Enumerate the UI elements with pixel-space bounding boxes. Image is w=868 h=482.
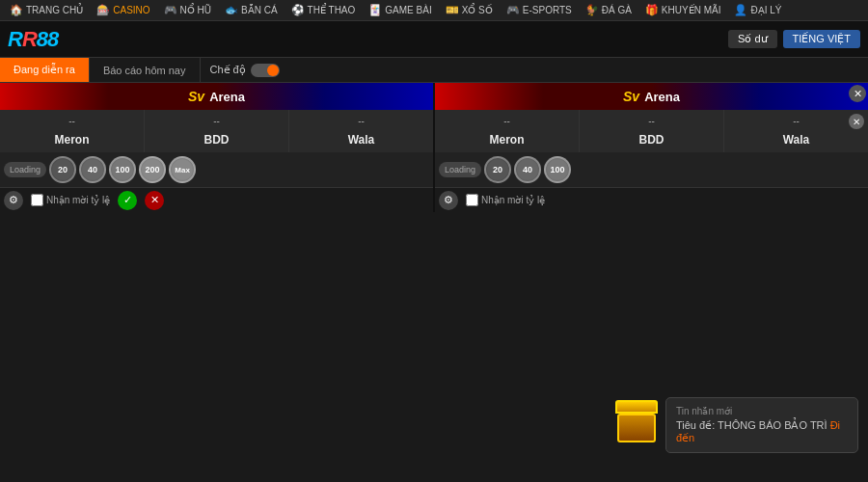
- checkbox-wrap-2: Nhận mời tỷ lệ: [466, 194, 545, 206]
- ratio-checkbox-1[interactable]: [31, 194, 43, 206]
- notification-title: Tin nhắn mới: [676, 406, 848, 416]
- cancel-btn-1[interactable]: ✕: [145, 191, 164, 210]
- chip-40-1[interactable]: 40: [79, 156, 106, 183]
- bet-bdd-2[interactable]: -- BDD: [580, 110, 724, 152]
- notification-popup: Tin nhắn mới Tiêu đề: THÔNG BÁO BẢO TRÌ …: [665, 397, 858, 453]
- bet-wala-2[interactable]: -- Wala ✕: [724, 110, 868, 152]
- nav-da-ga[interactable]: 🐓 ĐÁ GÀ: [580, 2, 637, 18]
- checkbox-wrap-1: Nhận mời tỷ lệ: [31, 194, 110, 206]
- treasure-lid: [615, 400, 658, 414]
- wala-odds-2: --: [793, 116, 800, 129]
- confirm-btn-1[interactable]: ✓: [118, 191, 137, 210]
- esports-icon: 🎮: [506, 4, 520, 16]
- chip-20-2[interactable]: 20: [484, 156, 511, 183]
- lottery-icon: 🎫: [446, 4, 459, 16]
- cockfight-icon: 🐓: [585, 4, 599, 16]
- panel-close-2[interactable]: ✕: [849, 114, 864, 129]
- tab-report[interactable]: Báo cáo hôm nay: [90, 58, 201, 82]
- nav-game-bai[interactable]: 🃏 GAME BÀI: [363, 2, 437, 18]
- balance-button[interactable]: Số dư: [728, 30, 777, 48]
- arena-label-1: Arena: [209, 90, 245, 104]
- bottom-bar-1: ⚙ Nhận mời tỷ lệ ✓ ✕: [0, 187, 433, 212]
- dual-game-panels: 🔊 🖥 ⛶ Sv Arena -- Meron: [0, 83, 868, 212]
- chip-20-1[interactable]: 20: [49, 156, 76, 183]
- chips-row-2: Loading 20 40 100: [435, 152, 868, 187]
- casino-icon: 🎰: [96, 4, 110, 16]
- wala-label-1: Wala: [348, 133, 375, 147]
- bottom-bar-2: ⚙ Nhận mời tỷ lệ: [435, 187, 868, 212]
- bet-panel-1: -- Meron -- BDD -- Wala: [0, 110, 433, 212]
- nav-xo-so[interactable]: 🎫 XỔ SỐ: [440, 2, 499, 18]
- sv-logo-2: Sv: [623, 89, 639, 104]
- wala-odds-1: --: [358, 116, 365, 129]
- ratio-checkbox-2[interactable]: [466, 194, 478, 206]
- meron-odds-2: --: [503, 116, 510, 129]
- slots-icon: 🎮: [164, 4, 177, 16]
- header: RR88 Số dư TIẾNG VIỆT: [0, 21, 868, 58]
- nav-esports[interactable]: 🎮 E-SPORTS: [501, 2, 578, 18]
- bdd-odds-1: --: [213, 116, 220, 129]
- meron-odds-1: --: [68, 116, 75, 129]
- notification-body: Tiêu đề: THÔNG BÁO BẢO TRÌ Đi đến: [676, 419, 848, 444]
- home-icon: 🏠: [10, 4, 23, 16]
- close-button[interactable]: ✕: [849, 85, 866, 102]
- main-content: ✕ 🔊 🖥 ⛶: [0, 83, 868, 482]
- nav-trang-chu[interactable]: 🏠 TRANG CHỦ: [4, 2, 89, 18]
- bdd-odds-2: --: [648, 116, 655, 129]
- wala-label-2: Wala: [783, 133, 810, 147]
- loading-btn-2[interactable]: Loading: [439, 162, 481, 177]
- agent-icon: 👤: [734, 4, 747, 16]
- treasure-box[interactable]: [617, 400, 661, 443]
- settings-icon-1[interactable]: ⚙: [4, 191, 23, 210]
- bdd-label-2: BDD: [639, 133, 665, 147]
- top-navigation: 🏠 TRANG CHỦ 🎰 CASINO 🎮 NỔ HŨ 🐟 BẮN CÁ ⚽ …: [0, 0, 868, 21]
- mode-switch[interactable]: [251, 64, 280, 77]
- arena-bar-2: Sv Arena: [435, 83, 868, 110]
- chip-100-1[interactable]: 100: [109, 156, 136, 183]
- promo-icon: 🎁: [645, 4, 659, 16]
- nav-dai-ly[interactable]: 👤 ĐẠI LÝ: [728, 2, 787, 18]
- arena-bar-1: Sv Arena: [0, 83, 433, 110]
- chip-40-2[interactable]: 40: [514, 156, 541, 183]
- settings-icon-2[interactable]: ⚙: [439, 191, 458, 210]
- chips-row-1: Loading 20 40 100 200 Max: [0, 152, 433, 187]
- bet-panel-2: -- Meron -- BDD -- Wala ✕: [435, 110, 868, 212]
- fish-icon: 🐟: [225, 4, 238, 16]
- arena-label-2: Arena: [644, 90, 680, 104]
- treasure-chest: [617, 414, 656, 442]
- game-area: ✕ 🔊 🖥 ⛶: [0, 83, 868, 482]
- nav-no-hu[interactable]: 🎮 NỔ HŨ: [158, 2, 217, 18]
- chip-100-2[interactable]: 100: [544, 156, 571, 183]
- meron-label-2: Meron: [490, 133, 525, 147]
- game-panel-2: 🔊 🖥 ⛶ Sv Arena -- Meron: [435, 83, 868, 212]
- nav-khuyen-mai[interactable]: 🎁 KHUYẾN MÃI: [639, 2, 727, 18]
- tab-current[interactable]: Đang diễn ra: [0, 58, 90, 82]
- bet-options-2: -- Meron -- BDD -- Wala ✕: [435, 110, 868, 152]
- nav-the-thao[interactable]: ⚽ THỂ THAO: [285, 2, 362, 18]
- mode-toggle-area: Chế độ: [201, 64, 289, 77]
- game-panel-1: 🔊 🖥 ⛶ Sv Arena -- Meron: [0, 83, 435, 212]
- cards-icon: 🃏: [368, 4, 382, 16]
- logo: RR88: [8, 27, 58, 52]
- bet-meron-2[interactable]: -- Meron: [435, 110, 580, 152]
- bet-meron-1[interactable]: -- Meron: [0, 110, 145, 152]
- bet-bdd-1[interactable]: -- BDD: [145, 110, 289, 152]
- chip-max-1[interactable]: Max: [169, 156, 196, 183]
- language-button[interactable]: TIẾNG VIỆT: [783, 30, 860, 48]
- nav-casino[interactable]: 🎰 CASINO: [91, 2, 155, 18]
- chip-200-1[interactable]: 200: [139, 156, 166, 183]
- sports-icon: ⚽: [291, 4, 305, 16]
- bdd-label-1: BDD: [204, 133, 230, 147]
- meron-label-1: Meron: [55, 133, 90, 147]
- bet-options-1: -- Meron -- BDD -- Wala: [0, 110, 433, 152]
- sv-logo-1: Sv: [188, 89, 204, 104]
- nav-ban-ca[interactable]: 🐟 BẮN CÁ: [219, 2, 284, 18]
- loading-btn-1[interactable]: Loading: [4, 162, 46, 177]
- bet-wala-1[interactable]: -- Wala: [289, 110, 433, 152]
- second-navigation: Đang diễn ra Báo cáo hôm nay Chế độ: [0, 58, 868, 83]
